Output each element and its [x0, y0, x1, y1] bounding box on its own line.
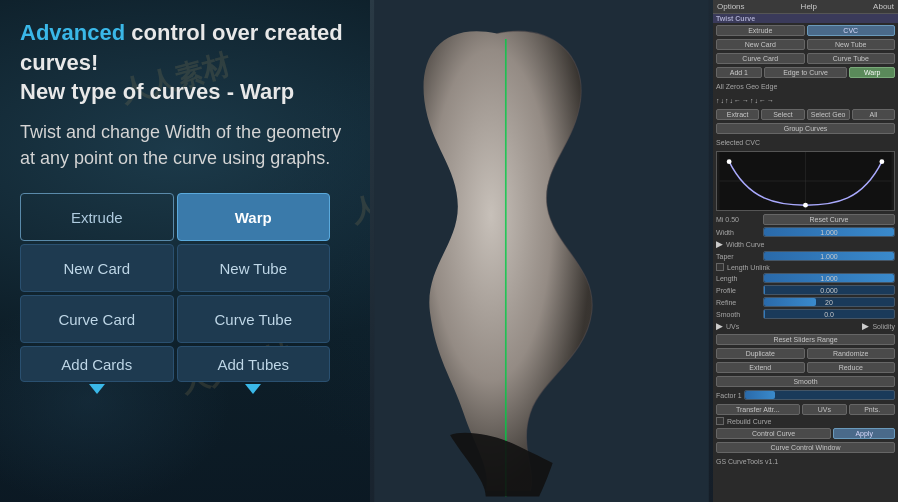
width-label: Width [716, 229, 761, 236]
headline-accent: Advanced [20, 20, 125, 45]
width-slider-row: Width 1.000 [713, 226, 898, 238]
select-geo-button[interactable]: Select Geo [807, 109, 850, 120]
profile-slider[interactable]: 0.000 [763, 285, 895, 295]
extend-button[interactable]: Extend [716, 362, 805, 373]
right-panel: Options Help About Twist Curve Extrude C… [370, 0, 898, 502]
svg-point-5 [803, 203, 808, 208]
cvc-tab[interactable]: CVC [807, 25, 896, 36]
control-apply-row: Control Curve Apply [713, 426, 898, 440]
smooth-slider[interactable]: 0.0 [763, 309, 895, 319]
curve-control-window-button[interactable]: Curve Control Window [716, 442, 895, 453]
refine-slider[interactable]: 20 [763, 297, 895, 307]
smooth-btn-row: Smooth [713, 374, 898, 388]
duplicate-button[interactable]: Duplicate [716, 348, 805, 359]
menu-options[interactable]: Options [717, 2, 745, 11]
left-panel: Advanced control over created curves! Ne… [0, 0, 370, 502]
curve-buttons-row: Curve Card Curve Tube [713, 51, 898, 65]
svg-point-6 [879, 159, 884, 164]
refine-label: Refine [716, 299, 761, 306]
twist-curve-svg [717, 152, 894, 210]
menu-about[interactable]: About [873, 2, 894, 11]
length-unlink-row: Length Unlink [713, 262, 898, 272]
headline: Advanced control over created curves! Ne… [20, 18, 350, 107]
group-curves-button[interactable]: Group Curves [716, 123, 895, 134]
add-tubes-button[interactable]: Add Tubes [177, 346, 331, 382]
new-tube-button[interactable]: New Tube [177, 244, 331, 292]
warp-button[interactable]: Warp [177, 193, 331, 241]
curve-control-window-row: Curve Control Window [713, 440, 898, 454]
factor-row: Factor 1 [713, 388, 898, 402]
version-label: GS CurveTools v1.1 [716, 458, 778, 465]
add-edge-warp-row: Add 1 Edge to Curve Warp [713, 65, 898, 79]
twist-curve-section: Twist Curve [713, 14, 898, 23]
smooth-label: Smooth [716, 311, 761, 318]
new-card-button[interactable]: New Card [20, 244, 174, 292]
select-all-button[interactable]: All [852, 109, 895, 120]
length-label: Length [716, 275, 761, 282]
apply-button[interactable]: Apply [833, 428, 895, 439]
length-unlink-checkbox[interactable] [716, 263, 724, 271]
transfer-row: Transfer Attr... UVs Pnts. [713, 402, 898, 416]
extract-select-row: Extract Select Select Geo All [713, 107, 898, 121]
blender-side-panel: Options Help About Twist Curve Extrude C… [713, 0, 898, 502]
group-curves-row: Group Curves [713, 121, 898, 135]
rebuild-curve-row: Rebuild Curve [713, 416, 898, 426]
selected-cvc-row: Selected CVC [713, 135, 898, 149]
reset-sliders-button[interactable]: Reset Sliders Range [716, 334, 895, 345]
icons-row: ↑ ↓ ↑ ↓ ← → ↑ ↓ ← → [713, 93, 898, 107]
reset-curve-button[interactable]: Reset Curve [763, 214, 895, 225]
factor-slider[interactable] [744, 390, 895, 400]
factor-label: Factor 1 [716, 392, 742, 399]
version-row: GS CurveTools v1.1 [713, 454, 898, 468]
randomize-button[interactable]: Randomize [807, 348, 896, 359]
profile-label: Profile [716, 287, 761, 294]
length-slider-row: Length 1.000 [713, 272, 898, 284]
extrude-button[interactable]: Extrude [20, 193, 174, 241]
reset-sliders-row: Reset Sliders Range [713, 332, 898, 346]
transfer-attr-button[interactable]: Transfer Attr... [716, 404, 800, 415]
profile-slider-row: Profile 0.000 [713, 284, 898, 296]
smooth-slider-row: Smooth 0.0 [713, 308, 898, 320]
smooth-button[interactable]: Smooth [716, 376, 895, 387]
extend-reduce-row: Extend Reduce [713, 360, 898, 374]
button-grid: Extrude Warp New Card New Tube Curve Car… [20, 193, 330, 445]
taper-slider-row: Taper 1.000 [713, 250, 898, 262]
chevron-uvs-icon: ▶ [716, 321, 723, 331]
extrude-tab[interactable]: Extrude [716, 25, 805, 36]
warp-side-button[interactable]: Warp [849, 67, 895, 78]
side-new-tube[interactable]: New Tube [807, 39, 896, 50]
new-buttons-row: New Card New Tube [713, 37, 898, 51]
headline-line2: New type of curves - Warp [20, 79, 294, 104]
twist-curve-graph[interactable] [716, 151, 895, 211]
curve-card-button[interactable]: Curve Card [20, 295, 174, 343]
add-1-button[interactable]: Add 1 [716, 67, 762, 78]
reduce-button[interactable]: Reduce [807, 362, 896, 373]
width-slider[interactable]: 1.000 [763, 227, 895, 237]
edge-to-curve-button[interactable]: Edge to Curve [764, 67, 848, 78]
dup-rand-row: Duplicate Randomize [713, 346, 898, 360]
subtext: Twist and change Width of the geometry a… [20, 119, 350, 171]
side-curve-tube[interactable]: Curve Tube [807, 53, 896, 64]
3d-viewport[interactable] [370, 0, 713, 502]
add-tubes-arrow [245, 384, 261, 394]
taper-slider[interactable]: 1.000 [763, 251, 895, 261]
extract-button[interactable]: Extract [716, 109, 759, 120]
rebuild-checkbox[interactable] [716, 417, 724, 425]
add-cards-button[interactable]: Add Cards [20, 346, 174, 382]
add-cards-arrow [89, 384, 105, 394]
select-button[interactable]: Select [761, 109, 804, 120]
pnts-button[interactable]: Pnts. [849, 404, 895, 415]
tabs-row: Extrude CVC [713, 23, 898, 37]
chevron-right-icon: ▶ [716, 239, 723, 249]
length-slider[interactable]: 1.000 [763, 273, 895, 283]
3d-shape-svg [370, 0, 713, 502]
menu-help[interactable]: Help [801, 2, 817, 11]
taper-label: Taper [716, 253, 761, 260]
uvs-button[interactable]: UVs [802, 404, 848, 415]
svg-point-4 [727, 159, 732, 164]
side-new-card[interactable]: New Card [716, 39, 805, 50]
side-curve-card[interactable]: Curve Card [716, 53, 805, 64]
curve-tube-button[interactable]: Curve Tube [177, 295, 331, 343]
control-curve-button[interactable]: Control Curve [716, 428, 831, 439]
main-layout: Advanced control over created curves! Ne… [0, 0, 898, 502]
